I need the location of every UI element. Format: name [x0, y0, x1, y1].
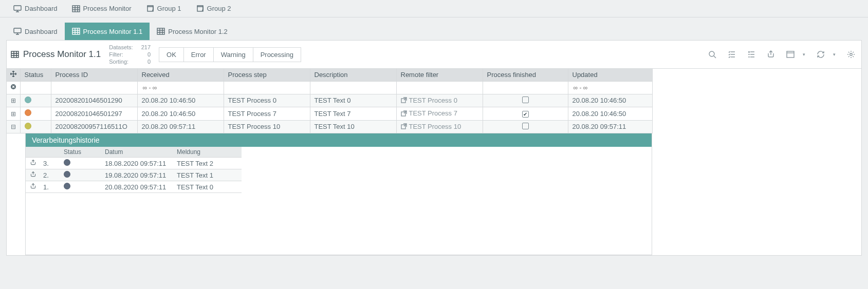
- filter-process-id[interactable]: [56, 84, 133, 92]
- toolbar: ▾ ▾: [706, 48, 857, 61]
- svg-point-8: [709, 51, 714, 56]
- cell-received: 20.08.20 10:46:50: [137, 107, 224, 121]
- cell-description: TEST Text 10: [310, 120, 396, 133]
- panel-title: Process Monitor 1.1: [11, 49, 101, 60]
- gear-icon[interactable]: [845, 48, 857, 61]
- stats-sorting-label: Sorting:: [109, 58, 133, 65]
- status-btn-warning[interactable]: Warning: [213, 47, 253, 62]
- status-dot: [64, 183, 70, 189]
- refresh-icon[interactable]: [815, 48, 827, 61]
- cell-process-id: 202008200957116511O: [51, 120, 137, 133]
- chevron-down-icon[interactable]: ▾: [831, 50, 838, 59]
- tab-dashboard[interactable]: Dashboard: [6, 23, 65, 40]
- filter-description[interactable]: [315, 84, 392, 92]
- th-process-step[interactable]: Process step: [224, 69, 310, 81]
- table-row[interactable]: ⊞ 202008201046501290 20.08.20 10:46:50 T…: [7, 94, 652, 107]
- export-icon[interactable]: [30, 183, 43, 191]
- svg-rect-9: [787, 51, 794, 57]
- table-row[interactable]: ⊞ 202008201046501297 20.08.20 10:46:50 T…: [7, 107, 652, 121]
- history-num: 1.: [43, 183, 64, 191]
- finished-checkbox[interactable]: [522, 97, 529, 103]
- cell-process-step: TEST Process 10: [224, 120, 310, 133]
- cell-process-id: 202008201046501297: [51, 107, 137, 121]
- history-panel: Verarbeitungshistorie Status Datum Meldu…: [25, 133, 652, 255]
- export-icon[interactable]: [30, 159, 43, 167]
- export-icon[interactable]: [30, 171, 43, 179]
- filter-status[interactable]: [25, 84, 47, 92]
- window-icon[interactable]: [784, 49, 797, 60]
- list-check-icon[interactable]: [726, 48, 738, 61]
- nav-label: Group 2: [207, 5, 231, 12]
- panel-stats: Datasets: 217 Filter: 0 Sorting: 0: [109, 44, 151, 65]
- filter-updated[interactable]: [572, 84, 648, 92]
- filter-remote[interactable]: [401, 84, 478, 92]
- cell-description: TEST Text 0: [310, 94, 396, 107]
- stats-datasets-value: 217: [141, 44, 151, 51]
- status-dot: [64, 159, 70, 166]
- status-btn-processing[interactable]: Processing: [253, 47, 301, 62]
- history-th-datum: Datum: [105, 148, 177, 156]
- th-process-id[interactable]: Process ID: [51, 69, 137, 81]
- nav-group-1[interactable]: Group 1: [139, 0, 189, 17]
- remote-link[interactable]: TEST Process 7: [401, 109, 457, 117]
- export-icon[interactable]: [765, 48, 777, 61]
- th-status[interactable]: Status: [20, 69, 51, 81]
- filter-finished[interactable]: [487, 84, 564, 92]
- remote-link[interactable]: TEST Process 10: [401, 123, 461, 130]
- expand-icon[interactable]: ⊞: [11, 110, 16, 118]
- nav-label: Group 1: [157, 5, 181, 12]
- th-remote-filter[interactable]: Remote filter: [396, 69, 483, 81]
- filter-process-step[interactable]: [228, 84, 306, 92]
- status-btn-error[interactable]: Error: [183, 47, 214, 62]
- collapse-icon[interactable]: ⊟: [11, 123, 16, 130]
- monitor-icon: [13, 5, 22, 12]
- th-received[interactable]: Received: [137, 69, 224, 81]
- svg-rect-6: [157, 28, 164, 34]
- monitor-icon: [13, 28, 22, 35]
- history-row[interactable]: 3. 18.08.2020 09:57:11 TEST Text 2: [26, 158, 242, 169]
- svg-rect-0: [14, 6, 21, 10]
- history-datum: 19.08.2020 09:57:11: [105, 171, 177, 179]
- status-dot: [25, 123, 31, 129]
- table-row[interactable]: ⊟ 202008200957116511O 20.08.20 09:57:11 …: [7, 120, 652, 133]
- expand-icon[interactable]: ⊞: [11, 97, 16, 104]
- tab-label: Process Monitor 1.2: [168, 28, 228, 35]
- tab-process-monitor-1-1[interactable]: Process Monitor 1.1: [65, 23, 150, 40]
- th-description[interactable]: Description: [310, 69, 396, 81]
- tab-label: Process Monitor 1.1: [83, 28, 143, 35]
- stats-filter-value: 0: [141, 51, 151, 58]
- svg-rect-7: [11, 51, 19, 57]
- history-row[interactable]: 1. 20.08.2020 09:57:11 TEST Text 0: [26, 181, 242, 193]
- secondary-nav: Dashboard Process Monitor 1.1 Process Mo…: [0, 23, 868, 40]
- th-process-finished[interactable]: Process finished: [483, 69, 568, 81]
- chevron-down-icon[interactable]: ▾: [801, 50, 807, 59]
- svg-rect-1: [72, 6, 80, 12]
- cell-updated: 20.08.20 09:57:11: [568, 120, 652, 133]
- move-icon[interactable]: [7, 69, 20, 81]
- nav-dashboard[interactable]: Dashboard: [6, 0, 65, 17]
- search-icon[interactable]: [706, 48, 718, 61]
- history-row[interactable]: 2. 19.08.2020 09:57:11 TEST Text 1: [26, 169, 242, 181]
- status-filter-buttons: OK Error Warning Processing: [159, 47, 301, 62]
- clear-filter-icon[interactable]: [7, 81, 20, 94]
- filter-received[interactable]: [142, 84, 219, 92]
- finished-checkbox[interactable]: [522, 123, 529, 129]
- nav-process-monitor[interactable]: Process Monitor: [65, 0, 139, 17]
- remote-link[interactable]: TEST Process 0: [401, 97, 457, 104]
- cell-process-id: 202008201046501290: [51, 94, 137, 107]
- th-updated[interactable]: Updated: [568, 69, 652, 81]
- filter-row: [7, 81, 652, 94]
- list-remove-icon[interactable]: [745, 48, 758, 61]
- status-btn-ok[interactable]: OK: [159, 47, 184, 62]
- process-table: Status Process ID Received Process step …: [7, 69, 653, 133]
- history-th-meldung: Meldung: [177, 148, 237, 156]
- grid-icon: [72, 28, 80, 35]
- finished-checkbox[interactable]: ✔: [522, 111, 529, 118]
- history-datum: 18.08.2020 09:57:11: [105, 160, 177, 167]
- stats-datasets-label: Datasets:: [109, 44, 133, 51]
- history-meldung: TEST Text 0: [177, 183, 237, 191]
- primary-nav: Dashboard Process Monitor Group 1 Group …: [0, 0, 868, 17]
- stats-sorting-value: 0: [141, 58, 151, 65]
- tab-process-monitor-1-2[interactable]: Process Monitor 1.2: [150, 23, 235, 40]
- nav-group-2[interactable]: Group 2: [189, 0, 238, 17]
